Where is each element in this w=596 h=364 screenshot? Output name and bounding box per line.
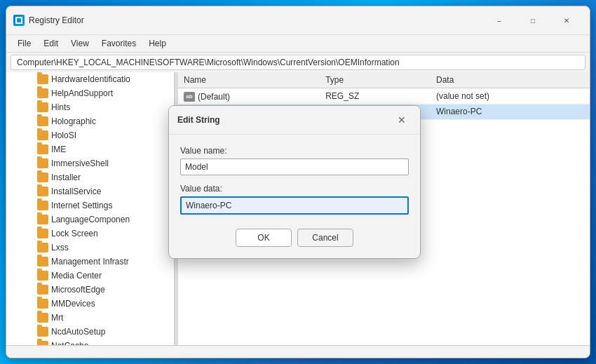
tree-item-3[interactable]: Holographic [6,114,174,128]
folder-icon-5 [37,144,48,154]
tree-item-17[interactable]: Mrt [6,311,174,325]
tree-label-10: LanguageComponen [51,215,130,224]
menu-edit[interactable]: Edit [38,36,64,50]
tree-item-18[interactable]: NcdAutoSetup [6,325,174,339]
folder-icon-6 [37,159,48,168]
cancel-button[interactable]: Cancel [297,229,353,247]
folder-icon-19 [37,341,48,345]
tree-item-8[interactable]: InstallService [6,184,174,198]
tree-item-19[interactable]: NetCache [6,339,174,345]
menu-help[interactable]: Help [143,36,172,50]
tree-arrow-11 [26,228,37,239]
app-icon-inner [15,17,22,24]
tree-item-5[interactable]: IME [6,142,174,156]
folder-icon-3 [37,116,48,126]
tree-label-11: Lock Screen [51,229,98,238]
cell-data-1: Winaero-PC [431,104,590,120]
tree-item-15[interactable]: MicrosoftEdge [6,283,174,297]
menu-view[interactable]: View [65,36,95,50]
close-button[interactable]: ✕ [550,11,583,30]
dialog-title: Edit String [177,115,220,125]
tree-label-16: MMDevices [51,299,95,309]
value-name-input[interactable] [180,159,409,175]
table-row-0[interactable]: ab (Default)REG_SZ(value not set) [178,88,590,105]
folder-icon-17 [37,313,48,323]
tree-arrow-12 [26,242,37,253]
folder-icon-12 [37,243,48,252]
folder-icon-10 [37,215,48,224]
folder-icon-1 [37,88,48,98]
folder-icon-2 [37,102,48,112]
tree-item-2[interactable]: Hints [6,100,174,114]
tree-arrow-13 [26,256,37,267]
tree-arrow-19 [26,340,37,345]
folder-icon-7 [37,173,48,182]
minimize-button[interactable]: – [483,11,515,30]
tree-arrow-7 [26,172,37,183]
col-type[interactable]: Type [320,72,431,88]
cell-type-0: REG_SZ [320,88,431,105]
tree-item-4[interactable]: HoloSI [6,128,174,142]
tree-item-10[interactable]: LanguageComponen [6,213,174,227]
tree-arrow-9 [26,200,37,211]
tree-item-11[interactable]: Lock Screen [6,227,174,241]
col-data[interactable]: Data [431,72,590,88]
tree-item-12[interactable]: Lxss [6,241,174,255]
tree-label-17: Mrt [51,313,63,323]
folder-icon-16 [37,299,48,309]
folder-icon-4 [37,130,48,140]
folder-icon-14 [37,271,48,281]
tree-item-0[interactable]: HardwareIdentificatio [6,72,174,86]
tree-label-9: Internet Settings [51,201,112,210]
tree-arrow-10 [26,214,37,225]
menu-favorites[interactable]: Favorites [96,36,142,50]
tree-label-0: HardwareIdentificatio [51,74,130,84]
value-data-input[interactable] [180,196,409,215]
value-data-label: Value data: [180,184,409,194]
ok-button[interactable]: OK [236,229,292,247]
tree-label-14: Media Center [51,271,102,281]
tree-item-9[interactable]: Internet Settings [6,198,174,213]
app-icon [13,15,25,26]
tree-label-18: NcdAutoSetup [51,327,105,337]
tree-arrow-1 [26,88,37,99]
tree-arrow-16 [26,298,37,309]
value-name-label: Value name: [180,146,409,156]
dialog-title-bar: Edit String ✕ [169,106,420,135]
tree-arrow-8 [26,186,37,197]
tree-arrow-15 [26,284,37,295]
tree-item-14[interactable]: Media Center [6,269,174,283]
cell-name-0: ab (Default) [178,88,320,105]
col-name[interactable]: Name [178,72,320,88]
maximize-button[interactable]: □ [517,11,549,30]
reg-icon-box-0: ab [184,92,195,102]
tree-label-2: Hints [51,102,70,112]
dialog-close-button[interactable]: ✕ [392,112,412,128]
tree-arrow-14 [26,270,37,281]
tree-arrow-3 [26,116,37,127]
tree-label-6: ImmersiveShell [51,159,109,168]
dialog-buttons: OK Cancel [180,229,409,247]
tree-item-7[interactable]: Installer [6,170,174,184]
title-bar-left: Registry Editor [13,15,84,26]
tree-arrow-17 [26,312,37,323]
tree-label-1: HelpAndSupport [51,88,113,98]
folder-icon-15 [37,285,48,295]
tree-arrow-4 [26,130,37,141]
address-bar[interactable]: Computer\HKEY_LOCAL_MACHINE\SOFTWARE\Mic… [11,55,585,70]
tree-item-6[interactable]: ImmersiveShell [6,156,174,170]
tree-label-8: InstallService [51,187,101,196]
tree-item-13[interactable]: Management Infrastr [6,255,174,269]
menu-file[interactable]: File [12,36,36,50]
status-bar [6,345,590,358]
menu-bar: File Edit View Favorites Help [6,35,590,53]
tree-item-16[interactable]: MMDevices [6,297,174,311]
folder-icon-9 [37,201,48,210]
tree-arrow-6 [26,158,37,169]
dialog-body: Value name: Value data: OK Cancel [169,135,420,258]
tree-label-13: Management Infrastr [51,257,129,267]
tree-item-1[interactable]: HelpAndSupport [6,86,174,100]
tree-label-5: IME [51,144,66,154]
tree-panel[interactable]: HardwareIdentificatioHelpAndSupportHints… [6,72,175,345]
folder-icon-13 [37,257,48,267]
